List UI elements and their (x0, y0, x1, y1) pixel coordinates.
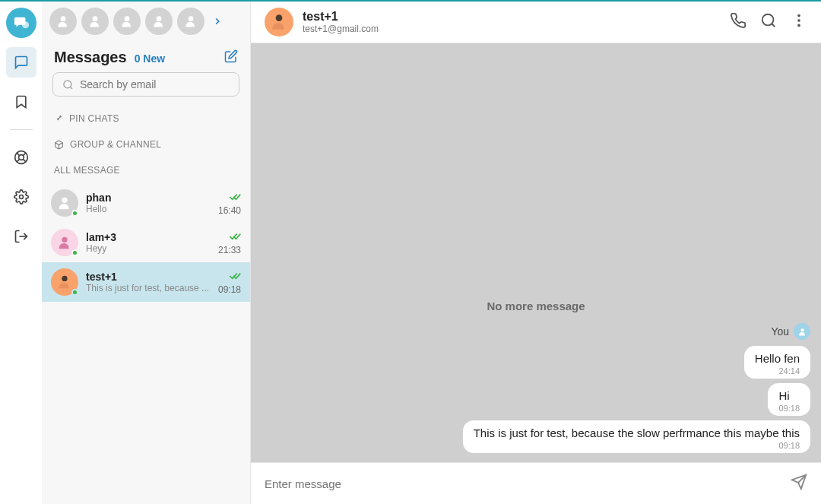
svg-line-3 (17, 153, 20, 156)
search-icon (62, 79, 74, 90)
person-icon (183, 14, 198, 29)
svg-point-10 (93, 16, 98, 21)
person-icon (56, 274, 73, 290)
svg-point-12 (157, 16, 162, 21)
phone-icon (730, 12, 747, 29)
svg-point-17 (62, 198, 67, 203)
svg-point-7 (19, 195, 23, 199)
svg-point-23 (797, 14, 800, 17)
chat-header-actions (730, 12, 807, 32)
new-count-value: 0 (135, 52, 141, 65)
stories-more[interactable] (209, 11, 226, 31)
chat-name: lam+3 (86, 231, 211, 243)
chat-header-avatar (265, 8, 293, 36)
svg-point-2 (18, 155, 24, 160)
chat-name: test+1 (86, 271, 211, 283)
story-avatar[interactable] (145, 8, 173, 35)
message-group-you: You Hello fen 24:14 Hi 09:18 This is jus… (262, 323, 810, 453)
stories-row (42, 2, 250, 41)
svg-point-18 (62, 237, 67, 242)
person-icon (797, 327, 807, 337)
message-text: This is just for test, because the slow … (474, 426, 800, 439)
message-text: Hello fen (755, 352, 800, 365)
message-input[interactable] (265, 477, 781, 490)
svg-point-9 (61, 16, 66, 21)
send-button[interactable] (791, 474, 807, 493)
message-time: 24:14 (755, 366, 800, 376)
chat-header-info: test+1 test+1@gmail.com (303, 10, 721, 34)
chat-preview: Hello (86, 204, 211, 214)
chat-header-name: test+1 (303, 10, 721, 24)
more-vertical-icon (791, 12, 807, 29)
messages-header-left: Messages 0 New (54, 49, 165, 66)
search-icon (760, 12, 777, 29)
chat-meta: 21:33 (218, 230, 241, 255)
story-avatar[interactable] (81, 8, 109, 35)
lifebuoy-icon (14, 150, 29, 165)
message-time: 09:18 (778, 404, 800, 413)
chat-name: phan (86, 192, 211, 204)
messages-new-count: 0 New (135, 52, 165, 65)
presence-dot (71, 289, 78, 296)
story-avatar[interactable] (49, 8, 77, 35)
svg-line-4 (23, 159, 26, 162)
chat-time: 16:40 (218, 205, 241, 216)
person-icon (87, 14, 103, 29)
nav-logout[interactable] (6, 221, 36, 252)
chat-item-phan[interactable]: phan Hello 16:40 (42, 183, 250, 223)
section-label-text: PIN CHATS (69, 113, 119, 124)
compose-button[interactable] (224, 49, 238, 66)
nav-bookmarks[interactable] (6, 87, 36, 117)
section-all-message: ALL MESSAGE (42, 157, 250, 183)
more-button[interactable] (791, 12, 807, 32)
nav-rail (0, 2, 42, 504)
chat-list: phan Hello 16:40 lam+3 Heyy 21:33 (42, 183, 250, 302)
read-check-icon (229, 269, 241, 283)
chevron-right-icon (212, 16, 223, 27)
nav-support[interactable] (6, 142, 36, 173)
chat-time: 09:18 (218, 284, 241, 295)
section-group-channel[interactable]: GROUP & CHANNEL (42, 132, 250, 157)
search-in-chat-button[interactable] (760, 12, 777, 32)
avatar (51, 229, 78, 256)
person-icon (119, 14, 135, 29)
call-button[interactable] (730, 12, 747, 32)
person-icon (56, 195, 73, 211)
messages-title: Messages (54, 49, 127, 66)
nav-messages[interactable] (6, 47, 36, 78)
read-check-icon (229, 230, 241, 243)
chat-preview: This is just for test, because ... (86, 283, 211, 293)
chat-bubbles-icon (13, 14, 30, 31)
svg-point-21 (762, 14, 774, 26)
story-avatar[interactable] (113, 8, 141, 35)
message-sender-avatar (794, 323, 810, 340)
avatar (51, 268, 78, 296)
story-avatar[interactable] (177, 8, 204, 35)
nav-settings[interactable] (6, 182, 36, 212)
message-icon (14, 55, 29, 70)
search-box[interactable] (52, 72, 239, 97)
conversation-panel: Messages 0 New PIN CHATS GROUP & CHANNEL… (42, 2, 251, 504)
svg-line-22 (772, 24, 775, 27)
logout-icon (14, 229, 29, 244)
chat-header-email: test+1@gmail.com (303, 24, 721, 34)
message-time: 09:18 (474, 441, 800, 450)
search-wrap (42, 72, 250, 106)
message-bubble: This is just for test, because the slow … (463, 420, 810, 453)
chat-item-test[interactable]: test+1 This is just for test, because ..… (42, 262, 250, 302)
section-label-text: GROUP & CHANNEL (70, 139, 161, 150)
svg-point-25 (797, 24, 800, 27)
svg-line-5 (23, 153, 26, 156)
person-icon (56, 234, 73, 251)
search-input[interactable] (80, 78, 230, 90)
section-pin-chats[interactable]: PIN CHATS (42, 106, 250, 132)
no-more-message: No more message (262, 300, 810, 312)
messages-area[interactable]: No more message You Hello fen 24:14 Hi 0… (251, 43, 821, 462)
chat-preview: Heyy (86, 243, 211, 254)
messages-header: Messages 0 New (42, 41, 250, 72)
app-logo (6, 8, 36, 38)
svg-point-11 (125, 16, 130, 21)
message-sender-name: You (771, 325, 789, 338)
svg-point-13 (189, 16, 194, 21)
chat-item-lam[interactable]: lam+3 Heyy 21:33 (42, 223, 250, 262)
